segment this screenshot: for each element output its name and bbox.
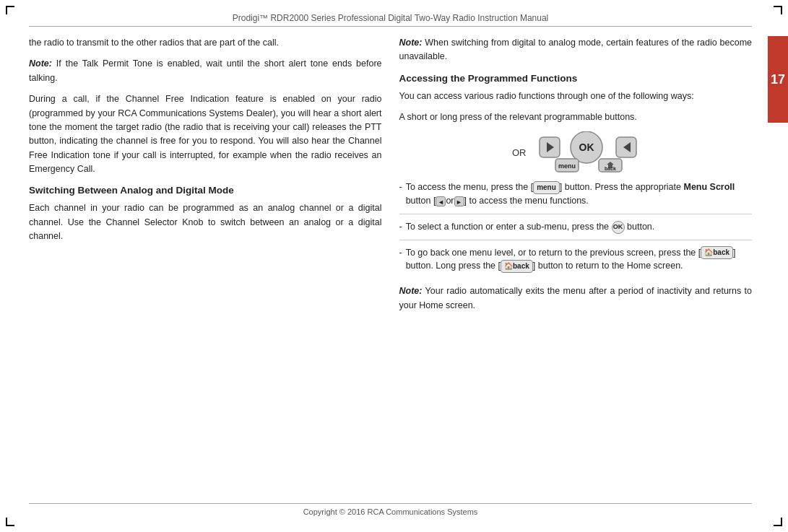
left-arrow-btn-inline: ◄ xyxy=(436,196,446,206)
right-column: Note: When switching from digital to ana… xyxy=(399,36,753,496)
header-title: Prodigi™ RDR2000 Series Professional Dig… xyxy=(233,13,549,23)
page-footer: Copyright © 2016 RCA Communications Syst… xyxy=(29,503,752,516)
content-area: the radio to transmit to the other radio… xyxy=(29,36,752,496)
back-button-inline-2: 🏠back xyxy=(501,260,533,273)
heading2-block: Switching Between Analog and Digital Mod… xyxy=(29,183,382,243)
nav-dash-3: - xyxy=(399,246,402,274)
intro-text: the radio to transmit to the other radio… xyxy=(29,38,279,48)
note1-label: Note: xyxy=(29,58,52,69)
note3-block: Note: Your radio automatically exits the… xyxy=(399,284,753,313)
nav-item-3: - To go back one menu level, or to retur… xyxy=(399,246,753,279)
red-page-tab: 17 xyxy=(768,36,788,123)
intro-text-block: the radio to transmit to the other radio… xyxy=(29,36,382,50)
ok-button-inline: OK xyxy=(612,221,625,234)
button-cluster-svg: OK menu back xyxy=(538,131,639,175)
left-column: the radio to transmit to the other radio… xyxy=(29,36,382,496)
corner-br xyxy=(774,518,782,526)
footer-text: Copyright © 2016 RCA Communications Syst… xyxy=(303,507,478,516)
nav-text-3: To go back one menu level, or to return … xyxy=(406,246,752,274)
note2-block: Note: When switching from digital to ana… xyxy=(399,36,753,64)
page-number: 17 xyxy=(771,72,785,87)
nav-item-1: - To access the menu, press the [menu] b… xyxy=(399,180,753,214)
heading2: Switching Between Analog and Digital Mod… xyxy=(29,183,382,199)
note1-block: Note: If the Talk Permit Tone is enabled… xyxy=(29,57,382,85)
or-label: OR xyxy=(512,146,527,160)
note3-text: Your radio automatically exits the menu … xyxy=(399,286,753,310)
note1-text: If the Talk Permit Tone is enabled, wait… xyxy=(29,58,382,82)
nav-text-1: To access the menu, press the [menu] but… xyxy=(406,180,752,208)
note2-text: When switching from digital to analog mo… xyxy=(399,38,753,61)
note3-label: Note: xyxy=(399,286,423,296)
corner-tl xyxy=(6,6,14,14)
nav-dash-1: - xyxy=(399,180,402,208)
body4-text: A short or long press of the relevant pr… xyxy=(399,112,637,122)
body4-block: A short or long press of the relevant pr… xyxy=(399,110,753,124)
page-container: 17 Prodigi™ RDR2000 Series Professional … xyxy=(0,0,788,532)
nav-text-2: To select a function or enter a sub-menu… xyxy=(406,220,752,234)
nav-list: - To access the menu, press the [menu] b… xyxy=(399,180,753,279)
right-arrow-btn-inline: ► xyxy=(454,196,464,206)
body2-text: Each channel in your radio can be progra… xyxy=(29,203,382,241)
nav-dash-2: - xyxy=(399,220,402,234)
heading3: Accessing the Programmed Functions xyxy=(399,71,753,87)
heading3-block: Accessing the Programmed Functions You c… xyxy=(399,71,753,103)
svg-text:OK: OK xyxy=(579,141,594,153)
svg-text:menu: menu xyxy=(558,162,575,170)
button-graphic-row: OR OK menu xyxy=(399,131,753,175)
corner-tr xyxy=(774,6,782,14)
nav-item-2: - To select a function or enter a sub-me… xyxy=(399,220,753,240)
menu-button-inline: menu xyxy=(533,181,560,194)
page-header: Prodigi™ RDR2000 Series Professional Dig… xyxy=(29,13,752,27)
note2-label: Note: xyxy=(399,38,423,48)
corner-bl xyxy=(6,518,14,526)
body1-text: During a call, if the Channel Free Indic… xyxy=(29,94,382,174)
body3-text: You can access various radio functions t… xyxy=(399,91,694,101)
back-button-inline-1: 🏠back xyxy=(701,246,733,259)
svg-text:back: back xyxy=(605,166,616,171)
menu-scroll-label: Menu Scroll xyxy=(683,182,735,192)
body1-block: During a call, if the Channel Free Indic… xyxy=(29,92,382,176)
